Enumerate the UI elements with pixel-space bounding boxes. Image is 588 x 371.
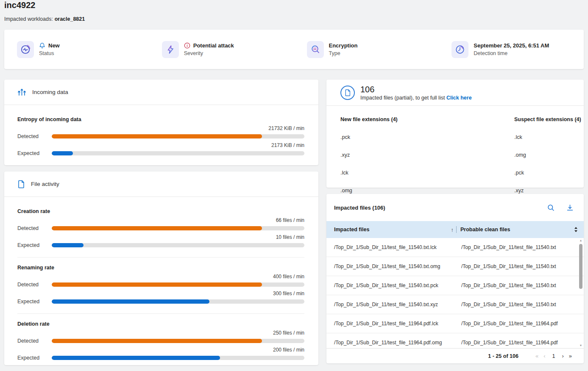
column-probable-clean-files[interactable]: Probable clean files (460, 227, 578, 233)
expected-bar (52, 299, 304, 304)
detection-time-label: Detection time (474, 50, 549, 56)
expected-value: 10 files / min (17, 234, 304, 240)
metric-name: Creation rate (17, 208, 304, 214)
scrollbar-thumb[interactable] (579, 244, 582, 289)
sort-ascending-icon[interactable]: ↑ (451, 227, 454, 233)
type-label: Type (329, 50, 358, 56)
clean-file-cell: /Top_Dir_1/Sub_Dir_11/test_file_11964.pd… (461, 321, 584, 327)
incoming-data-card: Incoming data Entropy of incoming data 2… (4, 80, 318, 165)
metric-name: Deletion rate (17, 321, 304, 327)
expected-bar (52, 356, 304, 360)
new-extensions-title: New file extensions (4) (340, 116, 514, 122)
detected-value: 250 files / min (17, 330, 304, 336)
clean-file-cell: /Top_Dir_1/Sub_Dir_11/test_file_11540.tx… (461, 282, 584, 288)
table-row: /Top_Dir_1/Sub_Dir_11/test_file_11964.pd… (326, 333, 584, 348)
severity-value: Potential attack (193, 42, 234, 49)
metric-deletion-rate: Deletion rate 250 files / min Detected 2… (17, 321, 304, 361)
incoming-data-icon (17, 88, 26, 97)
severity-info-icon (184, 42, 190, 49)
clean-file-cell: /Top_Dir_1/Sub_Dir_11/test_file_11540.tx… (461, 244, 584, 250)
impacted-file-cell: /Top_Dir_1/Sub_Dir_11/test_file_11540.tx… (326, 263, 461, 269)
table-row: /Top_Dir_1/Sub_Dir_11/test_file_11540.tx… (326, 295, 584, 314)
page-title: inc4922 (4, 0, 35, 10)
detected-bar (52, 282, 304, 287)
impacted-file-cell: /Top_Dir_1/Sub_Dir_11/test_file_11964.pd… (326, 321, 461, 327)
detected-value: 400 files / min (17, 274, 304, 280)
metric-name: Entropy of incoming data (17, 116, 304, 122)
lightning-icon (162, 41, 179, 58)
table-row: /Top_Dir_1/Sub_Dir_11/test_file_11540.tx… (326, 276, 584, 295)
clean-file-cell: /Top_Dir_1/Sub_Dir_11/test_file_11540.tx… (461, 302, 584, 307)
clock-icon (451, 41, 468, 58)
detected-value: 66 files / min (17, 217, 304, 223)
table-row: /Top_Dir_1/Sub_Dir_11/test_file_11964.pd… (326, 314, 584, 333)
impacted-workloads-value: oracle_8821 (55, 16, 85, 22)
scrollbar-up-icon[interactable]: ▲ (579, 239, 583, 242)
section-divider (17, 257, 304, 257)
encryption-scan-icon (307, 41, 324, 58)
extension-item: .omg (514, 152, 584, 158)
impacted-files-table-card: Impacted files (106) Impacted files ↑ (326, 194, 584, 363)
table-title: Impacted files (106) (334, 205, 385, 211)
metric-creation-rate: Creation rate 66 files / min Detected 10… (17, 208, 304, 248)
previous-page-button[interactable]: ‹ (541, 353, 548, 359)
expected-value: 200 files / min (17, 347, 304, 353)
detected-value: 21732 KiB / min (17, 125, 304, 131)
pagination-range: 1 - 25 of 106 (488, 353, 518, 359)
extension-item: .pck (340, 134, 514, 140)
status-item-detection-time: September 25, 2025, 6:51 AM Detection ti… (439, 41, 584, 58)
expected-label: Expected (17, 355, 52, 361)
table-column-header: Impacted files ↑ Probable clean files (326, 221, 584, 238)
impacted-files-count: 106 (360, 85, 472, 94)
scrollbar-down-icon[interactable]: ▼ (579, 344, 583, 347)
status-strip: New Status Pot (4, 30, 584, 69)
impacted-file-cell: /Top_Dir_1/Sub_Dir_11/test_file_11540.tx… (326, 244, 461, 250)
activity-icon (17, 41, 34, 58)
expected-value: 2173 KiB / min (17, 142, 304, 148)
impacted-file-cell: /Top_Dir_1/Sub_Dir_11/test_file_11964.pd… (326, 340, 461, 346)
first-page-button[interactable]: « (533, 353, 541, 359)
suspect-extensions-list: Suspect file extensions (4) .lck .omg .p… (514, 116, 584, 194)
expected-label: Expected (17, 150, 52, 156)
status-item-status: New Status (4, 41, 149, 58)
file-activity-card: File activity Creation rate 66 files / m… (4, 172, 318, 365)
detected-bar (52, 226, 304, 230)
file-icon (17, 180, 25, 188)
current-page[interactable]: 1 (552, 353, 555, 359)
extension-item: .pck (514, 170, 584, 176)
detected-label: Detected (17, 338, 52, 344)
column-impacted-files[interactable]: Impacted files ↑ (326, 227, 454, 233)
status-label: Status (39, 50, 60, 56)
click-here-link[interactable]: Click here (446, 95, 472, 101)
last-page-button[interactable]: » (566, 353, 574, 359)
metric-renaming-rate: Renaming rate 400 files / min Detected 3… (17, 265, 304, 305)
detected-label: Detected (17, 225, 52, 231)
severity-label: Severity (184, 50, 234, 56)
table-scrollbar[interactable]: ▲ ▼ (579, 239, 583, 347)
metric-entropy: Entropy of incoming data 21732 KiB / min… (17, 116, 304, 156)
table-row: /Top_Dir_1/Sub_Dir_11/test_file_11540.tx… (326, 257, 584, 276)
section-divider (17, 313, 304, 314)
file-circle-icon (340, 86, 355, 100)
detected-label: Detected (17, 282, 52, 288)
type-value: Encryption (329, 42, 358, 49)
impacted-file-cell: /Top_Dir_1/Sub_Dir_11/test_file_11540.tx… (326, 282, 461, 288)
sort-both-icon[interactable] (574, 227, 578, 233)
status-value: New (48, 42, 60, 49)
detected-bar (52, 134, 304, 138)
search-icon[interactable] (547, 204, 555, 211)
bell-icon (39, 42, 45, 49)
extension-item: .xyz (514, 188, 584, 194)
next-page-button[interactable]: › (559, 353, 566, 359)
clean-file-cell: /Top_Dir_1/Sub_Dir_11/test_file_11540.tx… (461, 263, 584, 269)
extension-item: .xyz (340, 152, 514, 158)
file-activity-title: File activity (31, 181, 59, 187)
impacted-file-cell: /Top_Dir_1/Sub_Dir_11/test_file_11540.tx… (326, 302, 461, 307)
incoming-data-title: Incoming data (32, 89, 68, 95)
extension-item: .lck (340, 170, 514, 176)
impacted-workloads-label: Impacted workloads: (4, 16, 53, 22)
column-separator (456, 226, 457, 233)
expected-label: Expected (17, 242, 52, 248)
download-icon[interactable] (566, 204, 574, 211)
expected-value: 300 files / min (17, 291, 304, 296)
